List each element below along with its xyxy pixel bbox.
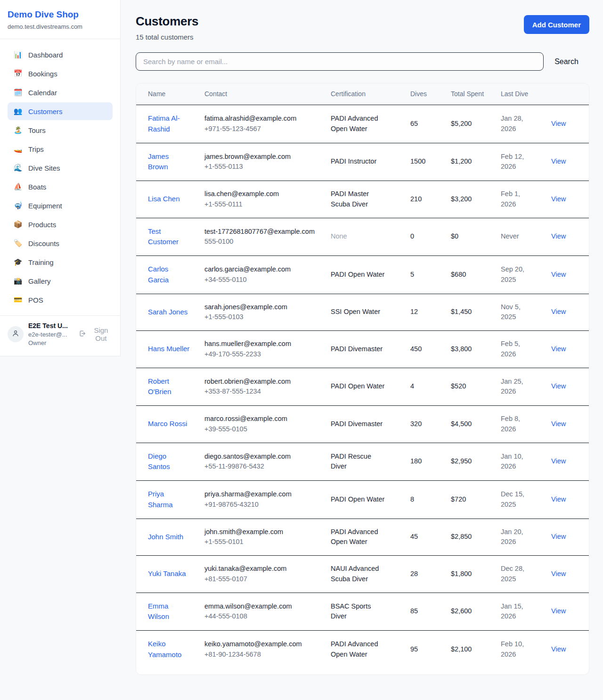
last-dive-cell: Jan 20, 2026 <box>501 519 551 556</box>
total-spent-cell: $5,200 <box>451 105 501 143</box>
sidebar-item-customers[interactable]: 👥 Customers <box>8 102 113 120</box>
customer-name-link[interactable]: Diego Santos <box>148 452 170 471</box>
view-link[interactable]: View <box>551 645 566 653</box>
customer-name-link[interactable]: John Smith <box>148 533 183 541</box>
table-row: Test Customer test-1772681807767@example… <box>136 218 589 256</box>
view-link[interactable]: View <box>551 120 566 127</box>
search-button[interactable]: Search <box>544 58 589 66</box>
view-link[interactable]: View <box>551 195 566 203</box>
customers-table: NameContactCertificationDivesTotal Spent… <box>136 83 589 675</box>
page-header: Customers 15 total customers Add Custome… <box>136 14 589 41</box>
sidebar-item-products[interactable]: 📦 Products <box>8 215 113 233</box>
last-dive-cell: Jan 25, 2026 <box>501 368 551 406</box>
customer-name-link[interactable]: Emma Wilson <box>148 602 169 621</box>
table-row: Hans Mueller hans.mueller@example.com +4… <box>136 331 589 368</box>
customer-name-link[interactable]: Sarah Jones <box>148 308 187 316</box>
sidebar: Demo Dive Shop demo.test.divestreams.com… <box>0 0 121 356</box>
customer-email: hans.mueller@example.com <box>204 339 321 349</box>
customer-name-link[interactable]: Carlos Garcia <box>148 265 169 284</box>
certification-cell: PADI Advanced Open Water <box>331 519 410 556</box>
total-spent-cell: $3,800 <box>451 331 501 368</box>
calendar-icon: 🗓️ <box>13 88 23 97</box>
total-spent-cell: $1,450 <box>451 294 501 331</box>
sidebar-item-training[interactable]: 🎓 Training <box>8 253 113 271</box>
equipment-icon: 🤿 <box>13 201 23 210</box>
customer-email: priya.sharma@example.com <box>204 489 321 500</box>
view-link[interactable]: View <box>551 495 566 503</box>
dives-cell: 28 <box>410 556 451 593</box>
sidebar-item-pos[interactable]: 💳 POS <box>8 291 113 309</box>
search-input[interactable] <box>136 52 544 71</box>
table-row: Fatima Al-Rashid fatima.alrashid@example… <box>136 105 589 143</box>
last-dive-cell: Never <box>501 218 551 256</box>
contact-cell: test-1772681807767@example.com 555-0100 <box>204 218 331 256</box>
customer-name-link[interactable]: Priya Sharma <box>148 490 173 509</box>
view-link[interactable]: View <box>551 157 566 165</box>
sidebar-item-equipment[interactable]: 🤿 Equipment <box>8 197 113 214</box>
certification-cell: PADI Instructor <box>331 143 410 181</box>
view-link[interactable]: View <box>551 308 566 315</box>
contact-cell: yuki.tanaka@example.com +81-555-0107 <box>204 556 331 593</box>
sidebar-item-trips[interactable]: 🚤 Trips <box>8 140 113 158</box>
customers-table-card: NameContactCertificationDivesTotal Spent… <box>136 83 589 675</box>
sidebar-item-label: Calendar <box>28 89 57 97</box>
customer-name-link[interactable]: Test Customer <box>148 227 179 246</box>
customer-name-link[interactable]: Robert O'Brien <box>148 377 171 396</box>
view-link[interactable]: View <box>551 345 566 353</box>
customer-name-link[interactable]: Hans Mueller <box>148 345 189 353</box>
customer-name-link[interactable]: Lisa Chen <box>148 195 180 203</box>
sidebar-item-boats[interactable]: ⛵ Boats <box>8 178 113 196</box>
sidebar-item-dashboard[interactable]: 📊 Dashboard <box>8 46 113 64</box>
sidebar-item-gallery[interactable]: 📸 Gallery <box>8 272 113 290</box>
bookings-icon: 📅 <box>13 69 23 78</box>
view-link[interactable]: View <box>551 271 566 278</box>
dives-cell: 450 <box>410 331 451 368</box>
column-header-actions <box>551 83 589 105</box>
trips-icon: 🚤 <box>13 145 23 153</box>
column-header-last-dive: Last Dive <box>501 83 551 105</box>
column-header-name: Name <box>136 83 204 105</box>
customer-name-link[interactable]: Fatima Al-Rashid <box>148 114 180 133</box>
dives-cell: 180 <box>410 443 451 481</box>
customer-name-link[interactable]: Keiko Yamamoto <box>148 640 181 659</box>
sidebar-item-dive-sites[interactable]: 🌊 Dive Sites <box>8 159 113 177</box>
sidebar-item-discounts[interactable]: 🏷️ Discounts <box>8 234 113 252</box>
last-dive-cell: Jan 28, 2026 <box>501 105 551 143</box>
sidebar-item-calendar[interactable]: 🗓️ Calendar <box>8 83 113 101</box>
add-customer-button[interactable]: Add Customer <box>524 15 589 34</box>
sign-out-icon <box>78 329 86 339</box>
dives-cell: 8 <box>410 481 451 519</box>
dives-cell: 0 <box>410 218 451 256</box>
table-row: Diego Santos diego.santos@example.com +5… <box>136 443 589 481</box>
certification-cell: PADI Advanced Open Water <box>331 105 410 143</box>
customer-name-link[interactable]: Yuki Tanaka <box>148 569 186 577</box>
customer-email: test-1772681807767@example.com <box>204 227 321 237</box>
customer-name-link[interactable]: Marco Rossi <box>148 420 187 428</box>
customer-email: john.smith@example.com <box>204 527 321 537</box>
view-link[interactable]: View <box>551 232 566 240</box>
dashboard-icon: 📊 <box>13 50 23 59</box>
total-spent-cell: $2,100 <box>451 631 501 675</box>
table-row: Marco Rossi marco.rossi@example.com +39-… <box>136 406 589 443</box>
customer-email: sarah.jones@example.com <box>204 302 321 313</box>
table-row: John Smith john.smith@example.com +1-555… <box>136 519 589 556</box>
sidebar-item-tours[interactable]: 🏝️ Tours <box>8 121 113 139</box>
last-dive-cell: Feb 12, 2026 <box>501 143 551 181</box>
total-spent-cell: $2,600 <box>451 593 501 631</box>
view-link[interactable]: View <box>551 570 566 577</box>
sidebar-item-bookings[interactable]: 📅 Bookings <box>8 65 113 82</box>
dives-cell: 1500 <box>410 143 451 181</box>
user-email: e2e-tester@... <box>28 331 73 338</box>
view-link[interactable]: View <box>551 420 566 428</box>
user-role: Owner <box>28 339 73 346</box>
view-link[interactable]: View <box>551 607 566 615</box>
contact-cell: hans.mueller@example.com +49-170-555-223… <box>204 331 331 368</box>
view-link[interactable]: View <box>551 533 566 540</box>
search-row: Search <box>136 52 589 71</box>
customer-phone: +34-555-0110 <box>204 275 321 285</box>
sign-out-button[interactable]: Sign Out <box>78 326 113 342</box>
customer-email: fatima.alrashid@example.com <box>204 114 321 124</box>
view-link[interactable]: View <box>551 457 566 465</box>
view-link[interactable]: View <box>551 382 566 390</box>
customer-name-link[interactable]: James Brown <box>148 152 169 171</box>
